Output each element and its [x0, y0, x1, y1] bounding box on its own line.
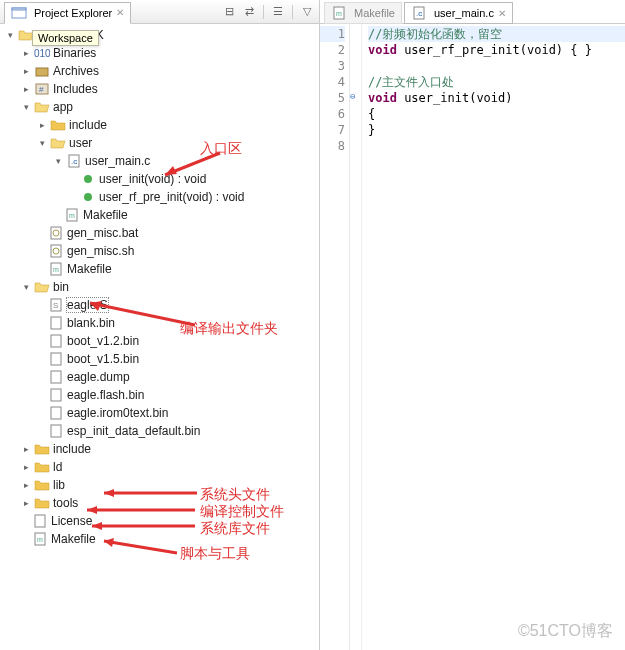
c-file-icon: .c	[66, 153, 82, 169]
file-icon	[48, 351, 64, 367]
tree-item-app-include[interactable]: ▸ include	[0, 116, 319, 134]
node-label: boot_v1.2.bin	[67, 334, 139, 348]
project-explorer-pane: Project Explorer ✕ ⊟ ⇄ ☰ ▽ ▾ ONOS_SDK ▸ …	[0, 0, 320, 650]
tree-item-bin[interactable]: ▾ bin	[0, 278, 319, 296]
expander-icon[interactable]: ▸	[20, 461, 32, 473]
folder-icon	[34, 459, 50, 475]
project-explorer-header: Project Explorer ✕ ⊟ ⇄ ☰ ▽	[0, 0, 319, 24]
svg-point-9	[84, 193, 92, 201]
tree-item-ld[interactable]: ▸ ld	[0, 458, 319, 476]
watermark: ©51CTO博客	[518, 621, 613, 642]
expander-icon[interactable]: ▾	[4, 29, 16, 41]
makefile-icon: m	[48, 261, 64, 277]
file-icon	[48, 333, 64, 349]
tree-item-app[interactable]: ▾ app	[0, 98, 319, 116]
svg-text:m: m	[37, 536, 43, 543]
expander-icon[interactable]: ▸	[20, 47, 32, 59]
tree-item-blank-bin[interactable]: blank.bin	[0, 314, 319, 332]
tree-item-eagle-irom[interactable]: eagle.irom0text.bin	[0, 404, 319, 422]
node-label: Makefile	[67, 262, 112, 276]
tree-item-gen-misc-bat[interactable]: gen_misc.bat	[0, 224, 319, 242]
svg-text:m: m	[69, 212, 75, 219]
code-text: (void)	[469, 91, 512, 105]
editor-tabs: m Makefile .c user_main.c ✕	[320, 0, 625, 24]
expander-icon[interactable]: ▸	[20, 83, 32, 95]
svg-rect-21	[51, 335, 61, 347]
tree-item-app-user[interactable]: ▾ user	[0, 134, 319, 152]
project-tree: ▾ ONOS_SDK ▸ 010 Binaries ▸ Archives ▸ #…	[0, 24, 319, 650]
editor-pane: m Makefile .c user_main.c ✕ 1 2 3 4 5 6 …	[320, 0, 625, 650]
tree-item-eagle-s[interactable]: S eagle.S	[0, 296, 319, 314]
folder-icon	[34, 441, 50, 457]
code-editor[interactable]: 1 2 3 4 5 6 7 8 ⊖ //射频初始化函数，留空 void user…	[320, 24, 625, 650]
expander-icon[interactable]: ▸	[36, 119, 48, 131]
node-label: gen_misc.sh	[67, 244, 134, 258]
tree-item-user-rf-pre-init[interactable]: user_rf_pre_init(void) : void	[0, 188, 319, 206]
expander-icon[interactable]: ▸	[20, 443, 32, 455]
svg-rect-24	[51, 389, 61, 401]
code-text[interactable]: //射频初始化函数，留空 void user_rf_pre_init(void)…	[362, 24, 625, 650]
tree-item-include[interactable]: ▸ include	[0, 440, 319, 458]
node-label: eagle.S	[67, 298, 108, 312]
node-label: eagle.dump	[67, 370, 130, 384]
link-editor-icon[interactable]: ⇄	[241, 4, 257, 20]
tree-item-license[interactable]: License	[0, 512, 319, 530]
file-icon	[48, 243, 64, 259]
workspace-tooltip: Workspace	[32, 30, 99, 46]
filter-icon[interactable]: ☰	[270, 4, 286, 20]
editor-tab-user-main-c[interactable]: .c user_main.c ✕	[404, 2, 513, 24]
node-label: user	[69, 136, 92, 150]
tree-item-archives[interactable]: ▸ Archives	[0, 62, 319, 80]
tree-item-app-makefile[interactable]: m Makefile	[0, 206, 319, 224]
tab-label: Project Explorer	[34, 7, 112, 19]
code-fn: user_init	[404, 91, 469, 105]
line-number: 7	[320, 122, 345, 138]
expander-icon[interactable]: ▾	[20, 281, 32, 293]
tree-item-eagle-dump[interactable]: eagle.dump	[0, 368, 319, 386]
close-icon[interactable]: ✕	[498, 8, 506, 19]
expander-icon[interactable]: ▾	[36, 137, 48, 149]
svg-text:m: m	[53, 266, 59, 273]
svg-text:m: m	[336, 10, 342, 17]
makefile-icon: m	[331, 5, 347, 21]
file-icon	[48, 315, 64, 331]
svg-rect-26	[51, 425, 61, 437]
c-file-icon: .c	[411, 5, 427, 21]
tree-item-tools[interactable]: ▸ tools	[0, 494, 319, 512]
svg-text:#: #	[39, 85, 44, 94]
svg-rect-1	[12, 8, 26, 10]
method-icon	[80, 171, 96, 187]
tree-item-makefile3[interactable]: m Makefile	[0, 530, 319, 548]
tree-item-boot-v15[interactable]: boot_v1.5.bin	[0, 350, 319, 368]
tree-item-binaries[interactable]: ▸ 010 Binaries	[0, 44, 319, 62]
project-explorer-tab[interactable]: Project Explorer ✕	[4, 2, 131, 24]
tree-item-includes[interactable]: ▸ # Includes	[0, 80, 319, 98]
expander-icon[interactable]: ▾	[20, 101, 32, 113]
close-icon[interactable]: ✕	[116, 7, 124, 18]
view-menu-icon[interactable]: ▽	[299, 4, 315, 20]
node-label: include	[53, 442, 91, 456]
tab-label: user_main.c	[434, 7, 494, 19]
node-label: bin	[53, 280, 69, 294]
expander-icon[interactable]: ▸	[20, 479, 32, 491]
tree-item-boot-v12[interactable]: boot_v1.2.bin	[0, 332, 319, 350]
includes-icon: #	[34, 81, 50, 97]
folder-icon	[34, 477, 50, 493]
file-icon	[48, 423, 64, 439]
collapse-all-icon[interactable]: ⊟	[221, 4, 237, 20]
tree-item-lib[interactable]: ▸ lib	[0, 476, 319, 494]
expander-icon[interactable]: ▸	[20, 65, 32, 77]
tree-item-esp-init[interactable]: esp_init_data_default.bin	[0, 422, 319, 440]
tree-item-gen-misc-sh[interactable]: gen_misc.sh	[0, 242, 319, 260]
expander-icon[interactable]: ▸	[20, 497, 32, 509]
separator	[292, 5, 293, 19]
tree-item-eagle-flash[interactable]: eagle.flash.bin	[0, 386, 319, 404]
tree-item-makefile2[interactable]: m Makefile	[0, 260, 319, 278]
tree-item-user-init[interactable]: user_init(void) : void	[0, 170, 319, 188]
expander-icon[interactable]: ▾	[52, 155, 64, 167]
line-number: 1	[320, 26, 345, 42]
line-number: 6	[320, 106, 345, 122]
line-gutter: 1 2 3 4 5 6 7 8	[320, 24, 350, 650]
editor-tab-makefile[interactable]: m Makefile	[324, 2, 402, 24]
tree-item-user-main-c[interactable]: ▾ .c user_main.c	[0, 152, 319, 170]
